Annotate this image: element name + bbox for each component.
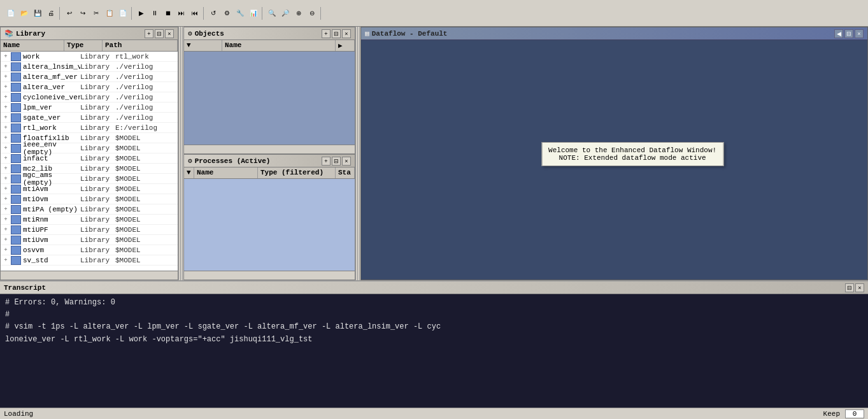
tb-btn-7[interactable]: ✂	[90, 7, 103, 20]
dataflow-content: Welcome to the Enhanced Dataflow Window!…	[361, 40, 867, 280]
expand-icon: +	[1, 104, 11, 111]
library-row[interactable]: + mtiPA (empty) Library $MODEL	[1, 204, 178, 215]
status-left: Loading	[4, 410, 33, 418]
library-item-type: Library	[80, 155, 115, 162]
library-item-icon	[11, 225, 21, 234]
dataflow-close-btn[interactable]: ×	[855, 29, 864, 38]
transcript-title-bar: Transcript ⊟ ×	[0, 281, 868, 294]
print-btn[interactable]: 🖨	[45, 7, 57, 20]
objects-close-btn[interactable]: ×	[342, 29, 351, 38]
library-row[interactable]: + sv_std Library $MODEL	[1, 255, 178, 266]
tb-btn-10[interactable]: ▶	[135, 7, 148, 20]
tb-btn-12[interactable]: ⏹	[162, 7, 174, 20]
tb-btn-9[interactable]: 📄	[117, 7, 129, 20]
tb-btn-18[interactable]: 📊	[247, 7, 260, 20]
library-row[interactable]: + mtiOvm Library $MODEL	[1, 194, 178, 204]
objects-content	[184, 52, 355, 145]
library-item-icon	[11, 52, 21, 61]
transcript-close-btn[interactable]: ×	[855, 283, 864, 292]
processes-title: Processes (Active)	[195, 157, 271, 165]
expand-icon: +	[1, 64, 11, 70]
library-add-btn[interactable]: +	[145, 29, 153, 38]
toolbar-group-2: ↩ ↪ ✂ 📋 📄	[61, 7, 132, 20]
tb-btn-6[interactable]: ↪	[76, 7, 89, 20]
processes-dock-btn[interactable]: ⊟	[332, 157, 341, 166]
transcript-content[interactable]: # Errors: 0, Warnings: 0## vsim -t 1ps -…	[0, 294, 868, 408]
tb-btn-14[interactable]: ⏮	[189, 7, 201, 20]
tb-btn-19[interactable]: 🔍	[266, 7, 278, 20]
library-row[interactable]: + mgc_ams (empty) Library $MODEL	[1, 174, 178, 184]
library-close-btn[interactable]: ×	[165, 29, 174, 38]
dataflow-tooltip: Welcome to the Enhanced Dataflow Window!…	[541, 142, 723, 166]
library-title: Library	[16, 30, 45, 38]
library-item-type: Library	[80, 185, 115, 193]
library-item-type: Library	[80, 114, 115, 122]
library-item-type: Library	[80, 195, 115, 203]
toolbar-group-1: 📄 📂 💾 🖨	[3, 7, 60, 20]
expand-icon: +	[1, 227, 11, 233]
library-hscroll[interactable]	[1, 271, 178, 280]
objects-dock-btn[interactable]: ⊟	[332, 29, 341, 38]
library-item-name: infact	[23, 155, 80, 162]
library-row[interactable]: + cycloneive_ver Library ./verilog	[1, 92, 178, 103]
library-item-type: Library	[80, 206, 115, 213]
dataflow-title-bar: ▦ Dataflow - Default ◀ ⊟ ×	[361, 27, 867, 40]
tb-btn-20[interactable]: 🔎	[279, 7, 292, 20]
tb-btn-15[interactable]: ↺	[207, 7, 220, 20]
new-btn[interactable]: 📄	[4, 7, 17, 20]
library-item-icon	[11, 164, 21, 173]
processes-title-bar: ⚙ Processes (Active) + ⊟ ×	[184, 155, 355, 167]
library-dock-btn[interactable]: ⊟	[155, 29, 164, 38]
library-item-icon	[11, 236, 21, 245]
library-row[interactable]: + mtiRnm Library $MODEL	[1, 215, 178, 225]
tb-btn-16[interactable]: ⚙	[220, 7, 233, 20]
objects-add-btn[interactable]: +	[322, 29, 331, 38]
processes-hscroll[interactable]	[184, 271, 355, 280]
open-btn[interactable]: 📂	[18, 7, 31, 20]
library-item-path: $MODEL	[115, 236, 141, 244]
library-row[interactable]: + altera_lnsim_ver Library ./verilog	[1, 62, 178, 72]
library-row[interactable]: + altera_ver Library ./verilog	[1, 82, 178, 92]
objects-title-bar: ⚙ Objects + ⊟ ×	[184, 27, 355, 40]
library-content[interactable]: + work Library rtl_work + altera_lnsim_v…	[1, 52, 178, 271]
expand-icon: +	[1, 186, 11, 192]
tb-btn-13[interactable]: ⏭	[175, 7, 188, 20]
processes-close-btn[interactable]: ×	[342, 157, 351, 166]
library-row[interactable]: + osvvm Library $MODEL	[1, 245, 178, 255]
library-row[interactable]: + ieee_env (empty) Library $MODEL	[1, 143, 178, 153]
resize-handle-2[interactable]	[355, 27, 360, 280]
library-item-path: $MODEL	[115, 134, 141, 142]
library-row[interactable]: + altera_mf_ver Library ./verilog	[1, 72, 178, 82]
toolbar-group-5: 🔍 🔎 ⊕ ⊖	[264, 7, 321, 20]
library-row[interactable]: + infact Library $MODEL	[1, 153, 178, 164]
library-row[interactable]: + mtiUPF Library $MODEL	[1, 225, 178, 235]
tb-btn-22[interactable]: ⊖	[306, 7, 318, 20]
library-item-type: Library	[80, 257, 115, 264]
library-item-path: $MODEL	[115, 246, 141, 254]
dataflow-dock-btn[interactable]: ⊟	[844, 29, 853, 38]
library-row[interactable]: + work Library rtl_work	[1, 52, 178, 62]
dataflow-left-btn[interactable]: ◀	[834, 29, 843, 38]
tb-btn-17[interactable]: 🔧	[234, 7, 246, 20]
library-item-icon	[11, 93, 21, 102]
objects-hscroll[interactable]	[184, 145, 355, 153]
library-row[interactable]: + lpm_ver Library ./verilog	[1, 103, 178, 113]
save-btn[interactable]: 💾	[31, 7, 44, 20]
resize-handle-1[interactable]	[178, 27, 183, 280]
library-row[interactable]: + mtiUvm Library $MODEL	[1, 235, 178, 245]
tb-btn-8[interactable]: 📋	[103, 7, 116, 20]
transcript-dock-btn[interactable]: ⊟	[845, 283, 854, 292]
library-item-path: ./verilog	[115, 83, 153, 91]
library-row[interactable]: + mtiAvm Library $MODEL	[1, 184, 178, 194]
library-item-icon	[11, 134, 21, 143]
processes-col-header: ▼ Name Type (filtered) Sta	[184, 167, 355, 179]
library-row[interactable]: + rtl_work Library E:/verilog	[1, 123, 178, 133]
processes-add-btn[interactable]: +	[322, 157, 331, 166]
objects-title: Objects	[195, 30, 224, 38]
library-item-name: rtl_work	[23, 124, 80, 132]
tb-btn-11[interactable]: ⏸	[148, 7, 161, 20]
library-item-name: altera_lnsim_ver	[23, 63, 80, 71]
library-row[interactable]: + sgate_ver Library ./verilog	[1, 113, 178, 123]
tb-btn-5[interactable]: ↩	[63, 7, 76, 20]
tb-btn-21[interactable]: ⊕	[292, 7, 305, 20]
